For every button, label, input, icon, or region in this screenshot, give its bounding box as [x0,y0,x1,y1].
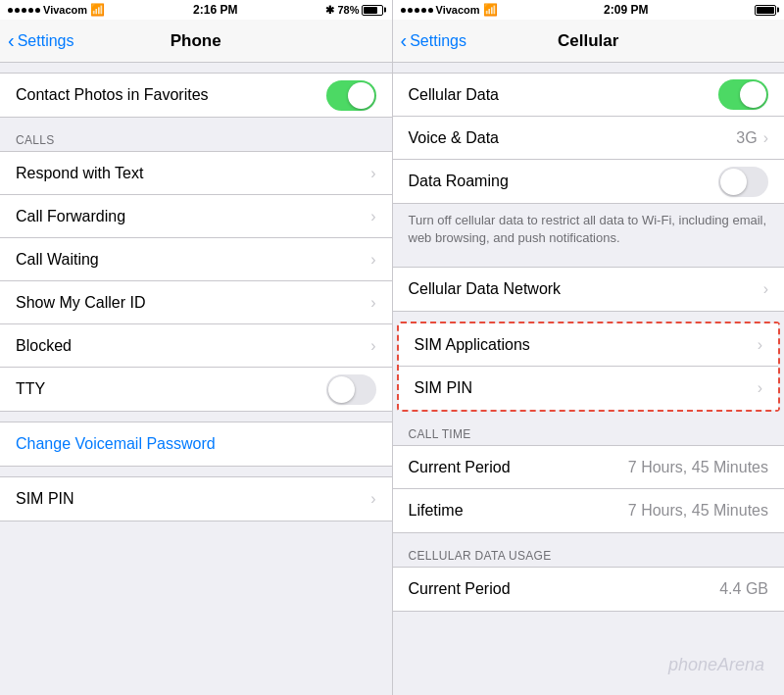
data-roaming-toggle[interactable] [718,167,768,197]
right-signal-dot-4 [421,8,426,13]
right-scroll: Cellular Data Voice & Data 3G › Data Roa… [393,63,785,695]
signal-dot-1 [8,8,13,13]
sim-group: SIM Applications › SIM PIN › [399,323,779,410]
contact-photos-group: Contact Photos in Favorites [0,73,392,118]
left-status-right: ✱ 78% [325,4,383,17]
left-nav-bar: ‹ Settings Phone [0,20,392,63]
sim-highlight-box: SIM Applications › SIM PIN › [397,322,781,412]
call-time-current-value: 7 Hours, 45 Minutes [628,459,768,476]
voice-data-right: 3G › [736,129,768,147]
blocked-right: › [370,337,375,355]
left-sim-pin-group: SIM PIN › [0,476,392,521]
right-sim-pin-row[interactable]: SIM PIN › [399,367,779,410]
left-bluetooth-icon: ✱ [325,4,334,17]
left-scroll: Contact Photos in Favorites CALLS Respon… [0,63,392,695]
cellular-network-row[interactable]: Cellular Data Network › [393,268,785,311]
respond-text-row[interactable]: Respond with Text › [0,152,392,195]
left-battery-icon [362,5,383,16]
call-time-lifetime-row: Lifetime 7 Hours, 45 Minutes [393,489,785,532]
call-forwarding-chevron-icon: › [370,208,375,225]
call-time-lifetime-label: Lifetime [409,502,464,520]
right-sim-pin-label: SIM PIN [415,379,473,397]
cellular-network-group: Cellular Data Network › [393,267,785,312]
call-waiting-row[interactable]: Call Waiting › [0,238,392,281]
data-roaming-right [718,167,768,197]
cellular-data-toggle-thumb [740,81,766,108]
signal-dot-3 [22,8,26,13]
right-nav-bar: ‹ Settings Cellular [393,20,785,63]
right-signal-dot-2 [408,8,413,13]
voicemail-row[interactable]: Change Voicemail Password [0,422,392,467]
right-back-chevron-icon: ‹ [401,30,408,50]
left-back-label: Settings [18,32,74,50]
tty-row[interactable]: TTY [0,368,392,411]
caller-id-row[interactable]: Show My Caller ID › [0,281,392,324]
right-spacer-3 [393,312,785,322]
voicemail-label: Change Voicemail Password [16,435,216,452]
right-spacer-5 [393,533,785,543]
right-panel: Vivacom 📶 2:09 PM ‹ Settings Cellular Ce… [393,0,785,695]
right-carrier: Vivacom [436,4,480,16]
usage-current-row: Current Period 4.4 GB [393,568,785,611]
right-time: 2:09 PM [604,3,648,17]
call-time-header: CALL TIME [393,422,785,445]
voice-data-label: Voice & Data [409,129,500,147]
left-back-chevron-icon: ‹ [8,30,15,50]
caller-id-right: › [370,294,375,312]
blocked-chevron-icon: › [370,337,375,355]
contact-photos-right [326,80,376,111]
usage-current-value: 4.4 GB [719,580,768,598]
right-signal-bars [401,8,433,13]
sim-applications-chevron-icon: › [758,336,762,354]
contact-photos-toggle[interactable] [326,80,376,111]
right-signal-dot-3 [415,8,419,13]
blocked-row[interactable]: Blocked › [0,324,392,368]
cellular-network-chevron-icon: › [763,280,768,298]
right-back-button[interactable]: ‹ Settings [401,31,466,50]
right-status-left: Vivacom 📶 [401,3,498,17]
right-spacer-2 [393,257,785,267]
spacer-2 [0,118,392,127]
respond-text-chevron-icon: › [370,165,375,182]
data-roaming-row[interactable]: Data Roaming [393,160,785,203]
right-spacer-1 [393,63,785,73]
sim-applications-row[interactable]: SIM Applications › [399,323,779,367]
right-signal-dot-5 [428,8,433,13]
voice-data-row[interactable]: Voice & Data 3G › [393,117,785,160]
left-sim-pin-row[interactable]: SIM PIN › [0,477,392,521]
call-forwarding-row[interactable]: Call Forwarding › [0,195,392,238]
call-forwarding-label: Call Forwarding [16,208,125,225]
signal-dot-4 [28,8,33,13]
cellular-network-right: › [763,280,768,298]
sim-applications-right: › [758,336,762,354]
right-status-right [755,5,776,16]
cellular-data-toggle[interactable] [718,79,768,110]
right-back-label: Settings [410,32,466,50]
cellular-data-row[interactable]: Cellular Data [393,74,785,117]
call-waiting-right: › [370,251,375,269]
tty-toggle-thumb [328,376,355,403]
left-back-button[interactable]: ‹ Settings [8,31,74,50]
right-sim-pin-chevron-icon: › [758,379,762,397]
call-waiting-chevron-icon: › [370,251,375,269]
spacer-4 [0,467,392,476]
cellular-data-label: Cellular Data [409,86,499,104]
tty-toggle[interactable] [326,374,376,405]
usage-current-right: 4.4 GB [719,580,768,598]
contact-photos-row[interactable]: Contact Photos in Favorites [0,74,392,117]
left-sim-pin-chevron-icon: › [370,490,375,508]
contact-photos-toggle-thumb [348,82,374,109]
call-time-current-label: Current Period [409,459,511,476]
call-waiting-label: Call Waiting [16,251,99,269]
right-sim-pin-right: › [758,379,762,397]
caller-id-chevron-icon: › [370,294,375,312]
cellular-usage-group: Current Period 4.4 GB [393,567,785,612]
contact-photos-label: Contact Photos in Favorites [16,86,209,104]
call-time-lifetime-value: 7 Hours, 45 Minutes [628,502,768,520]
spacer-1 [0,63,392,73]
caller-id-label: Show My Caller ID [16,294,145,312]
left-battery-percent: 78% [337,4,359,16]
left-status-left: Vivacom 📶 [8,3,105,17]
left-status-bar: Vivacom 📶 2:16 PM ✱ 78% [0,0,392,20]
cellular-usage-header: CELLULAR DATA USAGE [393,543,785,567]
